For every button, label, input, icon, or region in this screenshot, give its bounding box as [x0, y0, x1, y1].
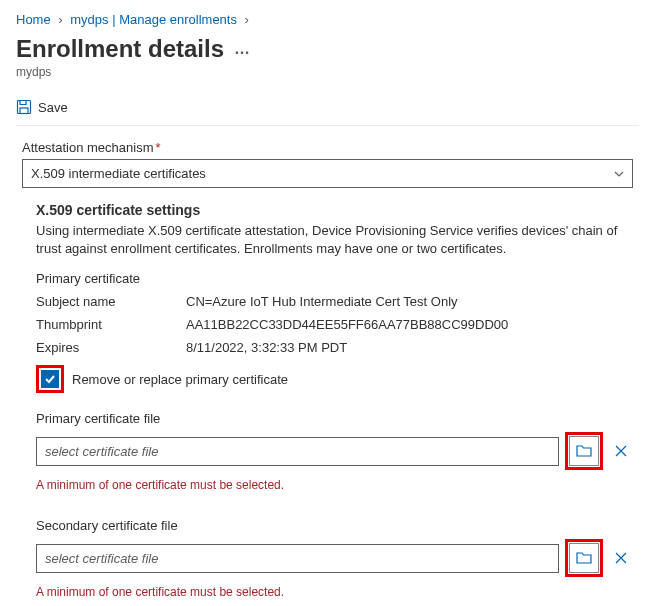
- browse-button-secondary[interactable]: [569, 543, 599, 573]
- kv-thumbprint: Thumbprint AA11BB22CC33DD44EE55FF66AA77B…: [36, 317, 633, 332]
- svg-rect-1: [20, 108, 28, 114]
- breadcrumb-home[interactable]: Home: [16, 12, 51, 27]
- x509-section-desc: Using intermediate X.509 certificate att…: [36, 222, 633, 257]
- save-icon[interactable]: [16, 99, 32, 115]
- clear-button-primary[interactable]: [609, 436, 633, 466]
- expires-label: Expires: [36, 340, 186, 355]
- attestation-value: X.509 intermediate certificates: [22, 159, 633, 188]
- clear-button-secondary[interactable]: [609, 543, 633, 573]
- remove-replace-label: Remove or replace primary certificate: [72, 372, 288, 387]
- secondary-file-label: Secondary certificate file: [36, 518, 633, 533]
- browse-button-primary[interactable]: [569, 436, 599, 466]
- breadcrumb-item[interactable]: mydps | Manage enrollments: [70, 12, 237, 27]
- kv-subject: Subject name CN=Azure IoT Hub Intermedia…: [36, 294, 633, 309]
- subject-value: CN=Azure IoT Hub Intermediate Cert Test …: [186, 294, 633, 309]
- primary-file-label: Primary certificate file: [36, 411, 633, 426]
- primary-cert-block: Primary certificate file select certific…: [36, 411, 633, 492]
- highlight-box: [565, 539, 603, 577]
- remove-replace-checkbox[interactable]: [41, 370, 59, 388]
- secondary-cert-block: Secondary certificate file select certif…: [36, 518, 633, 599]
- highlight-box: [565, 432, 603, 470]
- remove-replace-row: Remove or replace primary certificate: [36, 365, 633, 393]
- kv-expires: Expires 8/11/2022, 3:32:33 PM PDT: [36, 340, 633, 355]
- highlight-box: [36, 365, 64, 393]
- primary-cert-header: Primary certificate: [36, 271, 633, 286]
- page-title: Enrollment details …: [16, 35, 639, 63]
- divider: [16, 125, 639, 126]
- save-button[interactable]: Save: [38, 100, 68, 115]
- folder-icon: [576, 444, 592, 458]
- expires-value: 8/11/2022, 3:32:33 PM PDT: [186, 340, 633, 355]
- page-title-text: Enrollment details: [16, 35, 224, 63]
- breadcrumb: Home › mydps | Manage enrollments ›: [16, 12, 639, 27]
- chevron-right-icon: ›: [245, 12, 249, 27]
- thumbprint-label: Thumbprint: [36, 317, 186, 332]
- close-icon: [614, 444, 628, 458]
- primary-error: A minimum of one certificate must be sel…: [36, 478, 633, 492]
- thumbprint-value: AA11BB22CC33DD44EE55FF66AA77BB88CC99DD00: [186, 317, 633, 332]
- attestation-label: Attestation mechanism*: [22, 140, 633, 155]
- toolbar: Save: [16, 93, 639, 125]
- close-icon: [614, 551, 628, 565]
- primary-file-input[interactable]: select certificate file: [36, 437, 559, 466]
- secondary-file-input[interactable]: select certificate file: [36, 544, 559, 573]
- subject-label: Subject name: [36, 294, 186, 309]
- folder-icon: [576, 551, 592, 565]
- attestation-select[interactable]: X.509 intermediate certificates: [22, 159, 633, 188]
- chevron-right-icon: ›: [58, 12, 62, 27]
- secondary-error: A minimum of one certificate must be sel…: [36, 585, 633, 599]
- more-icon[interactable]: …: [234, 40, 251, 58]
- x509-section-title: X.509 certificate settings: [36, 202, 633, 218]
- page-subtitle: mydps: [16, 65, 639, 79]
